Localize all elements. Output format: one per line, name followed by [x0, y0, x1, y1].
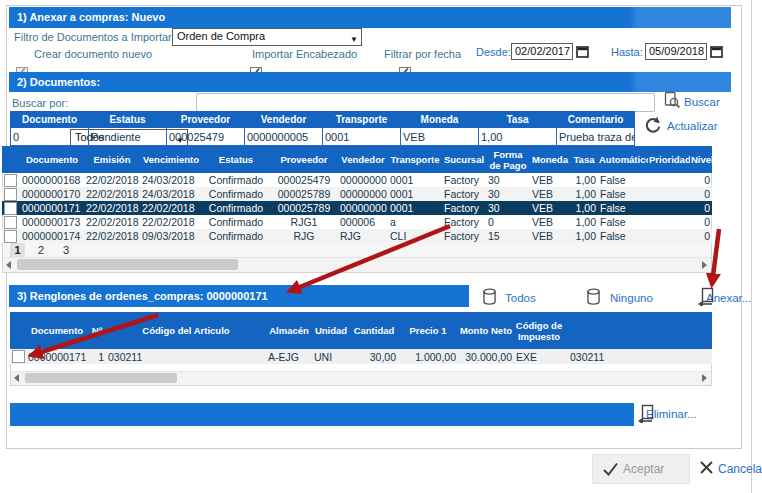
col-header[interactable]: Código de Impuesto	[514, 312, 564, 349]
col-header[interactable]: Tasa	[570, 146, 598, 173]
pager-page-2[interactable]: 2	[38, 244, 44, 256]
col-header[interactable]: Código del Articulo	[106, 312, 266, 349]
cell: 0000000171	[26, 349, 88, 364]
section1-header[interactable]: 1) Anexar a compras: Nuevo	[9, 7, 731, 28]
todos-button[interactable]: Todos	[505, 292, 536, 304]
buscar-button[interactable]: Buscar	[684, 96, 720, 108]
col-header[interactable]: Almacén	[266, 312, 312, 349]
col-header[interactable]: Estatus	[202, 146, 270, 173]
cell: 09/03/2018	[140, 229, 202, 243]
cell: 0	[11, 128, 89, 146]
cell: VEB	[530, 229, 570, 243]
section2-header[interactable]: 2) Documentos:	[9, 72, 731, 92]
scroll-thumb[interactable]	[17, 259, 238, 270]
cancelar-x-icon[interactable]	[699, 460, 714, 475]
cell: 0	[690, 229, 712, 243]
cell	[648, 201, 690, 215]
col-header[interactable]: Vencimiento	[140, 146, 202, 173]
col-header[interactable]: Vendedor	[338, 146, 388, 173]
hasta-value: 05/09/2018	[649, 45, 704, 57]
col-header[interactable]: Nº	[88, 312, 106, 349]
cell: VEB	[530, 215, 570, 229]
summary-col: Moneda	[401, 112, 479, 128]
col-header[interactable]: Proveedor	[270, 146, 338, 173]
document-row[interactable]: 000000016822/02/201824/03/2018Confirmado…	[2, 173, 712, 187]
col-header[interactable]: Automático	[598, 146, 648, 173]
row-checkbox[interactable]	[4, 174, 17, 187]
col-header[interactable]	[564, 312, 712, 349]
lines-grid: Documento Nº Código del Articulo Almacén…	[10, 312, 712, 364]
cell: 30	[486, 173, 530, 187]
scroll-left-icon[interactable]	[6, 261, 11, 269]
col-header[interactable]: Prioridad	[648, 146, 690, 173]
cell: 00000000	[338, 187, 388, 201]
desde-input[interactable]: 02/02/2017	[511, 43, 573, 60]
cell: 22/02/2018	[84, 187, 140, 201]
importar-encabezado-label: Importar Encabezado	[252, 48, 357, 60]
todos-icon[interactable]	[482, 288, 497, 306]
col-header[interactable]: Cantidad	[350, 312, 398, 349]
pager	[3, 243, 711, 257]
cell: 0000000005	[245, 128, 323, 146]
row-checkbox[interactable]	[4, 202, 17, 215]
desde-calendar-icon[interactable]	[576, 45, 589, 58]
pager-page-1[interactable]: 1	[10, 243, 25, 257]
cell: 22/02/2018	[140, 215, 202, 229]
desde-value: 02/02/2017	[515, 45, 570, 57]
anexar-icon[interactable]	[697, 287, 714, 306]
refresh-icon[interactable]	[644, 116, 662, 134]
col-header[interactable]: Nivel	[690, 146, 712, 173]
cell: EXE	[514, 349, 564, 364]
ninguno-icon[interactable]	[586, 288, 601, 306]
cell: 000025789	[270, 187, 338, 201]
document-row-selected[interactable]: 000000017122/02/201822/02/2018Confirmado…	[2, 201, 712, 215]
col-header[interactable]: Transporte	[388, 146, 442, 173]
row-checkbox[interactable]	[4, 188, 17, 201]
col-header[interactable]: Forma de Pago	[486, 146, 530, 173]
scroll-left-icon[interactable]	[14, 374, 19, 382]
document-row[interactable]: 000000017322/02/201822/02/2018Confirmado…	[2, 215, 712, 229]
cell: VEB	[530, 187, 570, 201]
row-checkbox[interactable]	[4, 216, 17, 229]
cell: VEB	[401, 128, 479, 146]
col-header[interactable]: Moneda	[530, 146, 570, 173]
eliminar-icon[interactable]	[637, 404, 654, 423]
col-header[interactable]: Monto Neto	[458, 312, 514, 349]
buscar-icon[interactable]	[663, 91, 681, 109]
document-row[interactable]: 000000017022/02/201824/03/2018Confirmado…	[2, 187, 712, 201]
actualizar-button[interactable]: Actualizar	[667, 120, 718, 132]
col-header[interactable]: Emisión	[84, 146, 140, 173]
cell: 000025789	[270, 201, 338, 215]
hasta-input[interactable]: 05/09/2018	[645, 43, 707, 60]
section3-header[interactable]: 3) Renglones de ordenes_compras: 0000000…	[9, 285, 469, 307]
row-checkbox[interactable]	[12, 350, 25, 363]
cell: VEB	[530, 201, 570, 215]
cell: 1.000,00	[398, 349, 458, 364]
scroll-right-icon[interactable]	[702, 374, 707, 382]
line-row[interactable]: 0000000171 1 030211 A-EJG UNI 30,00 1.00…	[10, 349, 712, 364]
col-header[interactable]: Precio 1	[398, 312, 458, 349]
cell	[648, 187, 690, 201]
section2-title: 2) Documentos:	[17, 76, 100, 88]
col-header[interactable]: Sucursal	[442, 146, 486, 173]
cell: 0001	[388, 187, 442, 201]
pager-page-3[interactable]: 3	[63, 244, 69, 256]
document-row[interactable]: 000000017422/02/201809/03/2018Confirmado…	[2, 229, 712, 243]
col-header[interactable]: Documento	[26, 312, 88, 349]
cell: False	[598, 173, 648, 187]
cell: 15	[486, 229, 530, 243]
col-header[interactable]: Documento	[20, 146, 84, 173]
scroll-right-icon[interactable]	[702, 261, 707, 269]
ninguno-button[interactable]: Ninguno	[610, 292, 653, 304]
cancelar-button[interactable]: Cancelar	[718, 462, 762, 476]
scroll-thumb[interactable]	[25, 373, 177, 383]
col-header[interactable]: Unidad	[312, 312, 350, 349]
cell	[648, 215, 690, 229]
filter-label: Filtro de Documentos a Importar:	[14, 31, 175, 43]
document-type-select[interactable]: Orden de Compra	[172, 28, 362, 46]
desde-label: Desde:	[476, 46, 511, 58]
row-checkbox[interactable]	[4, 230, 17, 243]
hasta-calendar-icon[interactable]	[710, 45, 723, 58]
cell: Factory	[442, 173, 486, 187]
search-input[interactable]	[196, 93, 655, 112]
